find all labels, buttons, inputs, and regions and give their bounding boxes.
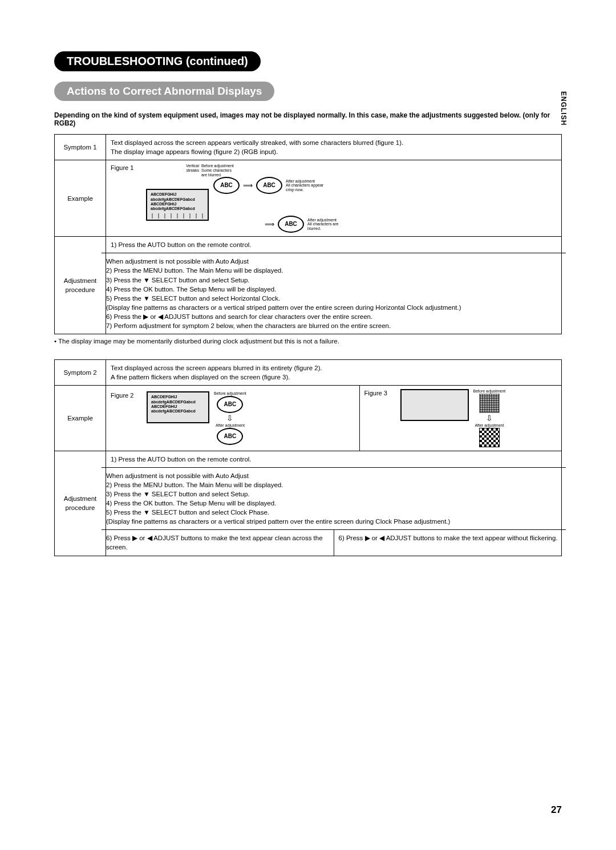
after-adjustment: After adjustment — [216, 423, 245, 428]
abc-oval: ABC — [256, 177, 282, 194]
intro-text: Depending on the kind of system equipmen… — [54, 111, 562, 127]
before-adjustment-note: Before adjustment Some characters are bl… — [201, 164, 234, 177]
down-arrow-icon: ⇩ — [226, 414, 233, 422]
abc-oval: ABC — [217, 396, 243, 413]
vertical-streaks-note: Vertical streaks — [186, 164, 199, 177]
subsection-heading: Actions to Correct Abnormal Displays — [54, 82, 274, 101]
figure2-screen: ABCDEFGHIJ abcdefgABCDEFGabcd ABCDEFGHIJ… — [147, 391, 209, 423]
arrow-icon: ⟹ — [265, 220, 274, 229]
symptom1-label: Symptom 1 — [55, 135, 106, 160]
adjustment-label: Adjustment procedure — [55, 451, 106, 556]
figure3-label: Figure 3 — [364, 389, 396, 398]
note-text: • The display image may be momentarily d… — [54, 338, 562, 345]
down-arrow-icon: ⇩ — [486, 414, 493, 422]
figure3-screen — [400, 389, 469, 421]
adjustment-step6-right: 6) Press ▶ or ◀ ADJUST buttons to make t… — [334, 530, 566, 555]
language-tab: ENGLISH — [560, 91, 568, 126]
page-number: 27 — [551, 804, 562, 816]
figure1-screen: ABCDEFGHIJ abcdefgABCDEFGabcd ABCDEFGHIJ… — [146, 189, 209, 221]
adjustment-steps: When adjustment is not possible with Aut… — [102, 253, 566, 334]
abc-oval: ABC — [217, 428, 243, 445]
table-row: Adjustment procedure 1) Press the AUTO b… — [55, 237, 562, 334]
adjustment-step6-left: 6) Press ▶ or ◀ ADJUST buttons to make t… — [102, 530, 334, 555]
figure3-cell: Figure 3 Before adjustment ⇩ After adjus… — [359, 386, 562, 451]
adjustment-cell: 1) Press the AUTO button on the remote c… — [106, 237, 562, 334]
pattern-blur-icon — [479, 394, 500, 413]
table-row: Adjustment procedure 1) Press the AUTO b… — [55, 451, 562, 556]
pattern-sharp-icon — [479, 428, 500, 447]
adjustment-steps: When adjustment is not possible with Aut… — [102, 467, 566, 530]
arrow-icon: ⟹ — [243, 181, 253, 191]
example-label: Example — [55, 160, 106, 237]
adjustment-label: Adjustment procedure — [55, 237, 106, 334]
before-adjustment: Before adjustment — [214, 391, 246, 396]
table-row: Example Figure 1 Vertical streaks Before… — [55, 160, 562, 237]
figure2-label: Figure 2 — [111, 391, 142, 400]
symptom1-text: Text displayed across the screen appears… — [106, 135, 562, 160]
abc-oval: ABC — [278, 216, 304, 233]
adjustment-step1: 1) Press the AUTO button on the remote c… — [106, 237, 561, 253]
adjustment-cell: 1) Press the AUTO button on the remote c… — [106, 451, 562, 556]
symptom1-table: Symptom 1 Text displayed across the scre… — [54, 134, 562, 334]
symptom2-label: Symptom 2 — [55, 360, 106, 386]
after-adjustment-crisp: After adjustment All characters appear c… — [286, 179, 323, 192]
figure2-cell: Figure 2 ABCDEFGHIJ abcdefgABCDEFGabcd A… — [106, 386, 360, 451]
symptom2-text: Text displayed across the screen appears… — [106, 360, 562, 386]
after-adjustment-blurred: After adjustment All characters are blur… — [307, 218, 338, 231]
example-cell: Figure 1 Vertical streaks Before adjustm… — [106, 160, 562, 237]
table-row: Symptom 2 Text displayed across the scre… — [55, 360, 562, 386]
section-heading: TROUBLESHOOTING (continued) — [54, 51, 261, 71]
example-label: Example — [55, 386, 106, 451]
before-adjustment: Before adjustment — [473, 389, 506, 394]
figure1-label: Figure 1 — [111, 164, 144, 172]
table-row: Symptom 1 Text displayed across the scre… — [55, 135, 562, 160]
adjustment-step1: 1) Press the AUTO button on the remote c… — [106, 451, 561, 467]
abc-oval: ABC — [213, 177, 240, 194]
symptom2-table: Symptom 2 Text displayed across the scre… — [54, 359, 562, 556]
table-row: Example Figure 2 ABCDEFGHIJ abcdefgABCDE… — [55, 386, 562, 451]
after-adjustment: After adjustment — [475, 423, 504, 428]
